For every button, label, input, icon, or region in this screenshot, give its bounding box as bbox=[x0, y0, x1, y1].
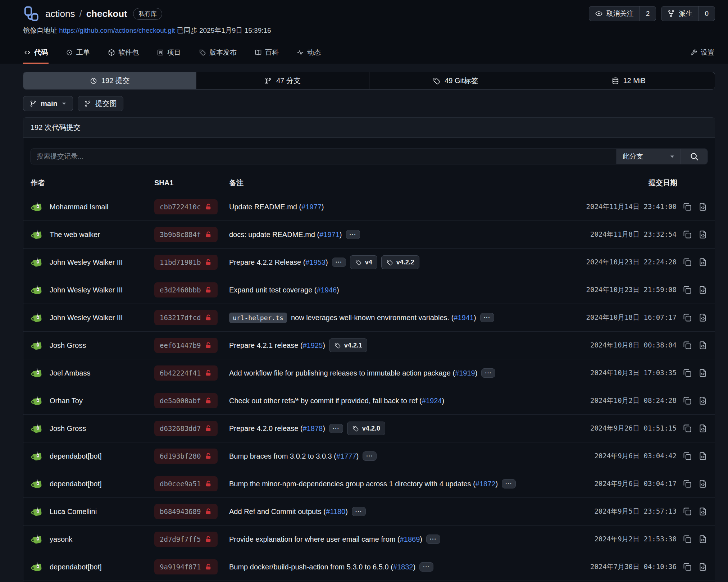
avatar[interactable] bbox=[31, 311, 44, 324]
pr-link[interactable]: #1919 bbox=[455, 369, 475, 377]
stat-branches[interactable]: 47 分支 bbox=[196, 72, 369, 89]
repo-name-link[interactable]: checkout bbox=[86, 8, 127, 19]
browse-source-button[interactable] bbox=[698, 451, 707, 461]
avatar[interactable] bbox=[31, 394, 44, 408]
pr-link[interactable]: #1971 bbox=[319, 231, 340, 238]
browse-source-button[interactable] bbox=[698, 507, 707, 516]
copy-sha-button[interactable] bbox=[683, 341, 692, 350]
unwatch-button[interactable]: 取消关注 2 bbox=[589, 6, 656, 21]
browse-source-button[interactable] bbox=[698, 479, 707, 488]
copy-sha-button[interactable] bbox=[683, 507, 692, 516]
release-tag-v4[interactable]: v4 bbox=[350, 255, 377, 269]
commit-sha-badge[interactable]: b684943689 bbox=[154, 504, 218, 519]
tab-projects[interactable]: 项目 bbox=[156, 48, 182, 64]
release-tag-v4.2.2[interactable]: v4.2.2 bbox=[381, 255, 419, 269]
pr-link[interactable]: #1777 bbox=[336, 452, 356, 460]
pr-link[interactable]: #1832 bbox=[393, 563, 413, 571]
branch-scope-dropdown[interactable]: 此分支 bbox=[616, 149, 681, 164]
expand-message-button[interactable]: ··· bbox=[481, 368, 495, 378]
browse-source-button[interactable] bbox=[698, 202, 707, 212]
expand-message-button[interactable]: ··· bbox=[419, 562, 433, 572]
commit-sha-badge[interactable]: d632683dd7 bbox=[154, 421, 218, 436]
pr-link[interactable]: #1946 bbox=[317, 286, 337, 294]
commit-sha-badge[interactable]: e3d2460bbb bbox=[154, 282, 218, 297]
copy-sha-button[interactable] bbox=[683, 535, 692, 544]
avatar[interactable] bbox=[31, 200, 44, 214]
browse-source-button[interactable] bbox=[698, 396, 707, 405]
branch-selector[interactable]: main bbox=[23, 96, 73, 111]
copy-sha-button[interactable] bbox=[683, 424, 692, 433]
browse-source-button[interactable] bbox=[698, 535, 707, 544]
avatar[interactable] bbox=[31, 505, 44, 518]
browse-source-button[interactable] bbox=[698, 258, 707, 267]
avatar[interactable] bbox=[31, 532, 44, 546]
stat-git-tags[interactable]: 49 Git标签 bbox=[369, 72, 542, 89]
pr-link[interactable]: #1869 bbox=[400, 535, 420, 543]
commit-sha-badge[interactable]: cbb722410c bbox=[154, 199, 218, 214]
copy-sha-button[interactable] bbox=[683, 562, 692, 572]
browse-source-button[interactable] bbox=[698, 230, 707, 239]
release-tag-v4.2.0[interactable]: v4.2.0 bbox=[347, 422, 385, 435]
copy-sha-button[interactable] bbox=[683, 479, 692, 488]
commit-graph-button[interactable]: 提交图 bbox=[78, 96, 123, 111]
avatar[interactable] bbox=[31, 449, 44, 463]
commit-sha-badge[interactable]: de5a000abf bbox=[154, 393, 218, 408]
pr-link[interactable]: #1941 bbox=[454, 314, 474, 322]
pr-link[interactable]: #1924 bbox=[422, 397, 442, 405]
expand-message-button[interactable]: ··· bbox=[329, 424, 343, 433]
commit-sha-badge[interactable]: 6b42224f41 bbox=[154, 365, 218, 381]
tab-activity[interactable]: 动态 bbox=[296, 48, 322, 64]
avatar[interactable] bbox=[31, 366, 44, 380]
fork-count[interactable]: 0 bbox=[698, 6, 715, 21]
commit-sha-badge[interactable]: 163217dfcd bbox=[154, 310, 218, 325]
copy-sha-button[interactable] bbox=[683, 258, 692, 267]
avatar[interactable] bbox=[31, 477, 44, 491]
search-input[interactable] bbox=[31, 149, 616, 164]
avatar[interactable] bbox=[31, 338, 44, 352]
commit-sha-badge[interactable]: 6d193bf280 bbox=[154, 449, 218, 464]
stat-commits[interactable]: 192 提交 bbox=[23, 72, 196, 89]
tab-packages[interactable]: 软件包 bbox=[107, 48, 140, 64]
browse-source-button[interactable] bbox=[698, 368, 707, 378]
browse-source-button[interactable] bbox=[698, 341, 707, 350]
commit-sha-badge[interactable]: 11bd71901b bbox=[154, 255, 218, 270]
copy-sha-button[interactable] bbox=[683, 368, 692, 378]
browse-source-button[interactable] bbox=[698, 285, 707, 295]
avatar[interactable] bbox=[31, 560, 44, 574]
browse-source-button[interactable] bbox=[698, 424, 707, 433]
commit-sha-badge[interactable]: 9a9194f871 bbox=[154, 559, 218, 574]
tab-releases[interactable]: 版本发布 bbox=[198, 48, 237, 64]
expand-message-button[interactable]: ··· bbox=[352, 507, 366, 516]
pr-link[interactable]: #1180 bbox=[326, 508, 345, 515]
expand-message-button[interactable]: ··· bbox=[363, 451, 377, 461]
copy-sha-button[interactable] bbox=[683, 313, 692, 322]
mirror-url-link[interactable]: https://github.com/actions/checkout.git bbox=[59, 27, 175, 34]
pr-link[interactable]: #1872 bbox=[476, 480, 496, 488]
commit-sha-badge[interactable]: db0cee9a51 bbox=[154, 476, 218, 491]
copy-sha-button[interactable] bbox=[683, 202, 692, 212]
expand-message-button[interactable]: ··· bbox=[332, 258, 346, 267]
expand-message-button[interactable]: ··· bbox=[346, 230, 360, 239]
browse-source-button[interactable] bbox=[698, 313, 707, 322]
pr-link[interactable]: #1953 bbox=[305, 258, 326, 266]
stat-size[interactable]: 12 MiB bbox=[542, 72, 715, 89]
tab-settings[interactable]: 设置 bbox=[690, 48, 715, 64]
copy-sha-button[interactable] bbox=[683, 396, 692, 405]
tab-wiki[interactable]: 百科 bbox=[254, 48, 279, 64]
avatar[interactable] bbox=[31, 283, 44, 297]
avatar[interactable] bbox=[31, 228, 44, 241]
watch-count[interactable]: 2 bbox=[640, 6, 656, 21]
commit-sha-badge[interactable]: 3b9b8c884f bbox=[154, 227, 218, 242]
avatar[interactable] bbox=[31, 422, 44, 435]
search-button[interactable] bbox=[681, 149, 707, 164]
browse-source-button[interactable] bbox=[698, 562, 707, 572]
pr-link[interactable]: #1977 bbox=[301, 203, 322, 211]
expand-message-button[interactable]: ··· bbox=[502, 479, 516, 488]
release-tag-v4.2.1[interactable]: v4.2.1 bbox=[329, 338, 367, 352]
commit-sha-badge[interactable]: 2d7d9f7ff5 bbox=[154, 532, 218, 547]
pr-link[interactable]: #1878 bbox=[303, 424, 323, 432]
pr-link[interactable]: #1925 bbox=[303, 341, 323, 349]
copy-sha-button[interactable] bbox=[683, 451, 692, 461]
tab-code[interactable]: 代码 bbox=[23, 48, 49, 64]
commit-sha-badge[interactable]: eef61447b9 bbox=[154, 338, 218, 353]
